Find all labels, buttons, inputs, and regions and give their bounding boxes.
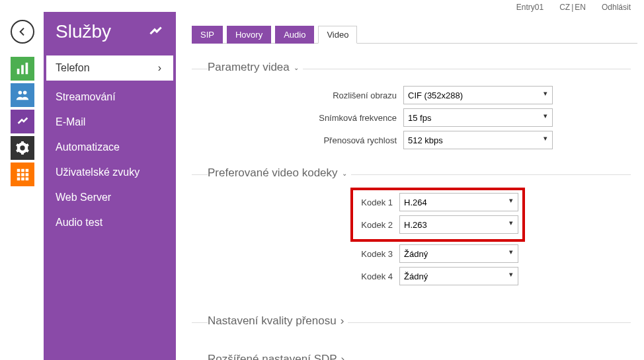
logout-link[interactable]: Odhlásit [602,3,631,12]
svg-point-4 [23,91,26,95]
section-title-quality[interactable]: Nastavení kvality přenosu › [208,314,348,328]
topbar: Entry01 CZ|EN Odhlásit [516,3,631,12]
svg-rect-8 [17,173,20,176]
svg-rect-5 [17,169,20,172]
svg-rect-2 [26,63,28,74]
svg-rect-1 [21,65,24,75]
svg-rect-9 [21,173,24,176]
section-title-params[interactable]: Parametry videa ⌄ [208,61,303,74]
sidebar-title: Služby [44,12,176,55]
sidebar-item-telefon[interactable]: Telefon › [46,55,173,81]
label-codec3: Kodek 3 [357,249,399,259]
select-framerate[interactable] [403,108,553,127]
svg-rect-10 [26,173,29,176]
rail-services-icon[interactable] [11,110,34,133]
rail-directory-icon[interactable] [11,83,34,107]
chevron-right-icon: › [158,62,161,74]
label-resolution: Rozlišení obrazu [192,90,403,100]
sidebar-item-automatizace[interactable]: Automatizace [44,135,176,160]
main-content: SIP Hovory Audio Video Parametry videa ⌄… [192,25,637,360]
lang-switch[interactable]: CZ|EN [559,3,586,12]
tab-hovory[interactable]: Hovory [227,26,271,44]
tools-icon [147,23,164,40]
tab-sip[interactable]: SIP [192,26,223,44]
sidebar-item-email[interactable]: E-Mail [44,110,176,135]
rail-system-icon[interactable] [11,162,34,186]
label-codec2: Kodek 2 [357,220,399,230]
tab-video[interactable]: Video [318,26,357,44]
rail-status-icon[interactable] [11,57,34,81]
sidebar-item-audiotest[interactable]: Audio test [44,210,176,235]
label-codec4: Kodek 4 [357,271,399,281]
select-codec2[interactable] [399,215,518,234]
codec-highlight: Kodek 1 Kodek 2 [350,188,525,242]
section-codecs: Preferované video kodeky ⌄ Kodek 1 Kodek… [192,166,637,285]
chevron-right-icon: › [341,314,344,328]
svg-rect-6 [21,169,24,172]
label-bitrate: Přenosová rychlost [192,135,403,145]
svg-rect-0 [17,69,20,74]
icon-rail [11,57,34,186]
svg-rect-13 [26,178,29,181]
select-codec4[interactable] [399,267,518,285]
svg-rect-12 [21,178,24,181]
svg-rect-7 [26,169,29,172]
section-title-codecs[interactable]: Preferované video kodeky ⌄ [208,166,351,180]
section-video-params: Parametry videa ⌄ Rozlišení obrazu Snímk… [192,61,637,149]
svg-point-3 [19,91,22,95]
select-codec1[interactable] [399,193,518,211]
tabs: SIP Hovory Audio Video [192,25,637,44]
select-bitrate[interactable] [403,131,553,149]
sidebar: Služby Telefon › Streamování E-Mail Auto… [44,12,176,360]
arrow-left-icon [17,26,28,37]
sidebar-item-zvuky[interactable]: Uživatelské zvuky [44,160,176,185]
entry-label: Entry01 [516,3,543,12]
caret-down-icon: ⌄ [342,170,347,177]
select-resolution[interactable] [403,86,553,104]
back-button[interactable] [11,20,34,44]
svg-rect-11 [17,178,20,181]
section-title-sdp[interactable]: Rozšířené nastavení SDP › [208,353,348,360]
select-codec3[interactable] [399,244,518,263]
sidebar-item-streamovani[interactable]: Streamování [44,85,176,110]
label-codec1: Kodek 1 [357,198,399,207]
caret-down-icon: ⌄ [294,64,299,71]
sidebar-item-webserver[interactable]: Web Server [44,185,176,210]
rail-hardware-icon[interactable] [11,136,34,160]
chevron-right-icon: › [341,353,345,360]
tab-audio[interactable]: Audio [275,26,314,44]
label-framerate: Snímková frekvence [192,113,403,123]
